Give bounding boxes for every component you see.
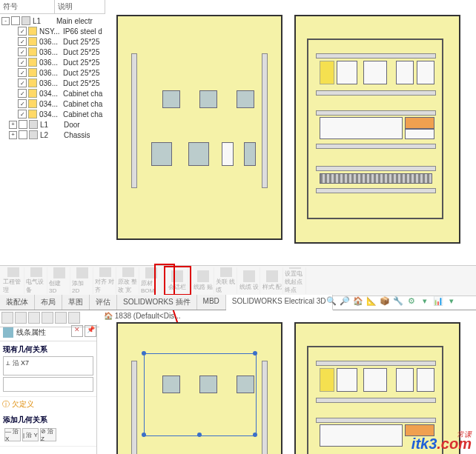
ribbon-button[interactable]: 样式 配 xyxy=(262,267,283,294)
relation-list-empty[interactable] xyxy=(3,377,93,392)
checkbox[interactable] xyxy=(18,37,27,46)
status-underdefined: ⓘ 欠定义 xyxy=(0,397,96,412)
tree-row[interactable]: 036...Duct 25*25 xyxy=(0,36,105,47)
tab-solidworks-electrical-3d[interactable]: SOLIDWORKS Electrical 3D xyxy=(226,295,333,310)
tree-list[interactable]: -L1Main electrNSY...IP66 steel d036...Du… xyxy=(0,14,105,141)
document-label[interactable]: 🏠 1838 (Default<Dis... xyxy=(104,312,180,320)
mgr-tab-icon[interactable] xyxy=(68,312,80,324)
ribbon-icon xyxy=(197,270,209,282)
view-tool-icon[interactable]: 📦 xyxy=(380,296,390,306)
tab-草图[interactable]: 草图 xyxy=(62,295,90,310)
checkbox[interactable] xyxy=(18,47,27,56)
relation-button[interactable]: ⊘ 沿 Z xyxy=(40,428,56,441)
line-icon xyxy=(3,327,13,338)
relation-button[interactable]: | 沿 Y xyxy=(22,428,39,441)
item-icon xyxy=(29,130,38,139)
tab-solidworks-插件[interactable]: SOLIDWORKS 插件 xyxy=(117,295,197,310)
expand-icon[interactable]: + xyxy=(9,131,17,139)
tree-desc: Duct 25*25 xyxy=(63,59,104,67)
sketch-point[interactable] xyxy=(142,351,146,355)
ribbon-button[interactable]: 创建 3D xyxy=(49,267,70,294)
tab-评估[interactable]: 评估 xyxy=(90,295,117,310)
ribbon-button[interactable]: 设置电线起点终点 xyxy=(285,267,306,294)
sketch-point[interactable] xyxy=(142,433,146,437)
sketch-point[interactable] xyxy=(253,351,257,355)
tree-row[interactable]: 034...Cabinet cha xyxy=(0,88,105,99)
tree-symbol: 036... xyxy=(39,38,63,46)
ribbon-button[interactable]: 电气设备 xyxy=(26,267,47,294)
tree-symbol: L1 xyxy=(33,17,56,25)
ribbon-button[interactable]: 添加 2D xyxy=(72,267,93,294)
checkbox[interactable] xyxy=(19,130,27,139)
tree-desc: Cabinet cha xyxy=(63,100,104,108)
sketch-point[interactable] xyxy=(253,433,257,437)
mgr-tab-icon[interactable] xyxy=(42,312,53,324)
ribbon-button[interactable]: 原改 整改 宽 xyxy=(118,267,139,294)
tab-装配体[interactable]: 装配体 xyxy=(0,295,35,310)
view-tool-icon[interactable]: 🔍 xyxy=(326,296,337,306)
tree-symbol: 036... xyxy=(39,48,63,56)
relation-list[interactable]: ⊥ 沿 X7 xyxy=(3,356,93,375)
item-icon xyxy=(28,27,37,36)
ribbon-button[interactable]: 工程管理 xyxy=(3,267,24,294)
view-tool-icon[interactable]: 🏠 xyxy=(353,296,363,306)
checkbox[interactable] xyxy=(18,89,27,98)
checkbox[interactable] xyxy=(11,16,20,25)
mgr-tab-icon[interactable] xyxy=(55,312,67,324)
tab-mbd[interactable]: MBD xyxy=(197,295,226,310)
tree-row[interactable]: 036...Duct 25*25 xyxy=(0,78,105,88)
tree-row[interactable]: NSY...IP66 steel d xyxy=(0,26,105,36)
relation-button[interactable]: — 沿 X xyxy=(4,428,21,441)
ribbon-button[interactable]: 线缆 设 xyxy=(239,267,260,294)
ribbon-toolbar: 工程管理电气设备创建 3D添加 2D对齐 对齐原改 整改 宽原材 BOM会话栏线… xyxy=(0,265,476,296)
cabinet-door xyxy=(116,322,282,454)
tree-row[interactable]: 034...Cabinet cha xyxy=(0,109,105,119)
view-tool-icon[interactable]: 🔧 xyxy=(393,296,403,306)
component xyxy=(222,142,234,166)
view-tool-icon[interactable]: ⚙ xyxy=(406,296,417,306)
checkbox[interactable] xyxy=(18,110,27,118)
sketch-point[interactable] xyxy=(197,433,202,437)
checkbox[interactable] xyxy=(18,68,27,77)
mgr-tab-icon[interactable] xyxy=(28,312,40,324)
view-tool-icon[interactable]: 📐 xyxy=(366,296,377,306)
tree-row[interactable]: 036...Duct 25*25 xyxy=(0,57,105,67)
expand-icon[interactable]: - xyxy=(1,17,10,25)
view-tool-icon[interactable]: 📊 xyxy=(433,296,443,306)
ribbon-button[interactable]: 对齐 对齐 xyxy=(95,267,116,294)
checkbox[interactable] xyxy=(18,27,27,36)
tree-symbol: 034... xyxy=(39,90,63,98)
mgr-tab-icon[interactable] xyxy=(15,312,27,324)
checkbox[interactable] xyxy=(18,79,27,87)
viewport-top[interactable] xyxy=(105,0,476,252)
tree-row[interactable]: 036...Duct 25*25 xyxy=(0,67,105,78)
ribbon-button[interactable]: 线路 贴 xyxy=(193,267,214,294)
tree-desc: Door xyxy=(64,121,104,129)
ribbon-button[interactable]: 关联 线缆 xyxy=(216,267,237,294)
view-tool-icon[interactable]: ▾ xyxy=(446,296,457,306)
ribbon-icon xyxy=(99,267,111,277)
checkbox[interactable] xyxy=(18,58,27,67)
item-icon xyxy=(28,79,37,87)
tree-symbol: 034... xyxy=(39,100,63,108)
tree-row[interactable]: 034...Cabinet cha xyxy=(0,99,105,109)
ribbon-icon xyxy=(30,267,42,277)
item-icon xyxy=(28,47,37,56)
tree-row[interactable]: +L1Door xyxy=(0,119,105,130)
checkbox[interactable] xyxy=(19,120,27,129)
ribbon-icon xyxy=(220,267,232,277)
expand-icon[interactable]: + xyxy=(9,121,17,129)
view-tool-icon[interactable]: ▾ xyxy=(420,296,430,306)
item-icon xyxy=(28,37,37,46)
checkbox[interactable] xyxy=(18,99,27,108)
tree-row[interactable]: +L2Chassis xyxy=(0,130,105,140)
view-tool-icon[interactable]: 🔎 xyxy=(340,296,350,306)
tree-row[interactable]: -L1Main electr xyxy=(0,16,105,26)
tree-desc: IP66 steel d xyxy=(63,27,104,36)
mgr-tab-icon[interactable] xyxy=(1,312,13,324)
tree-row[interactable]: 036...Duct 25*25 xyxy=(0,47,105,57)
section-existing-relations: 现有几何关系 xyxy=(3,344,93,355)
component xyxy=(244,142,256,166)
sketch-rectangle[interactable] xyxy=(144,353,257,436)
tab-布局[interactable]: 布局 xyxy=(35,295,62,310)
